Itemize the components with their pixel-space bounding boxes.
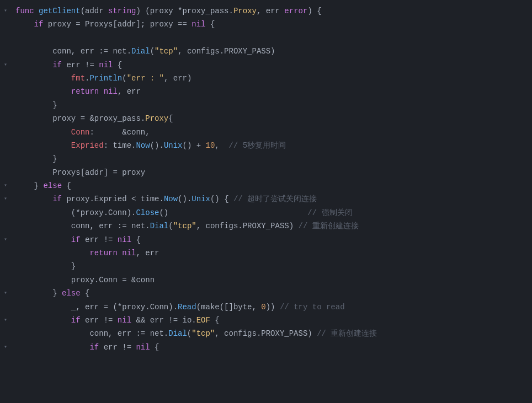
fold-gutter <box>0 220 11 221</box>
token-punct: { <box>131 235 141 244</box>
fold-gutter[interactable]: ▾ <box>0 180 11 191</box>
code-line: if proxy = Proxys[addr]; proxy == nil { <box>0 18 532 31</box>
token-fn: Now <box>136 141 150 150</box>
token-type: EOF <box>196 316 210 325</box>
token-punct: , configs.PROXY_PASS) <box>178 47 275 56</box>
token-kw: nil <box>118 235 131 244</box>
token-kw: if <box>34 20 44 29</box>
code-content: return nil, err <box>11 85 532 98</box>
token-kw: return <box>71 87 99 96</box>
code-line: conn, err := net.Dial("tcp", configs.PRO… <box>0 45 532 58</box>
code-editor: ▾func getClient(addr string) (proxy *pro… <box>0 0 532 403</box>
token-punct: } <box>52 154 57 163</box>
token-var: (*proxy.Conn). <box>71 208 136 217</box>
token-punct: ) { <box>307 7 321 15</box>
code-line: } <box>0 152 532 165</box>
token-str: "tcp" <box>191 329 215 338</box>
token-fn: Now <box>164 195 178 203</box>
token-punct: , err) <box>164 74 191 83</box>
code-content: if err != nil { <box>11 341 532 353</box>
token-punct: ) (proxy *proxy_pass. <box>136 7 233 15</box>
code-content: (*proxy.Conn).Close() // 强制关闭 <box>11 207 532 219</box>
code-line: conn, err := net.Dial("tcp", configs.PRO… <box>0 219 532 233</box>
token-var: conn, err := net. <box>71 222 150 230</box>
token-var: Proxys[addr] = proxy <box>52 168 145 177</box>
code-content: conn, err := net.Dial("tcp", configs.PRO… <box>11 45 532 57</box>
token-kw: nil <box>99 61 113 69</box>
token-punct: { <box>168 114 173 123</box>
token-num: 10 <box>206 141 215 150</box>
fold-gutter[interactable]: ▾ <box>0 5 11 16</box>
token-field: Conn <box>71 128 90 137</box>
fold-gutter <box>0 99 11 100</box>
code-line: ▾func getClient(addr string) (proxy *pro… <box>0 4 532 18</box>
token-kw: func <box>15 7 39 15</box>
token-punct: { <box>62 181 71 190</box>
token-punct: (addr <box>81 7 108 15</box>
code-content: if proxy.Expried < time.Now().Unix() { /… <box>11 193 532 205</box>
code-content: if err != nil { <box>11 59 532 71</box>
token-punct: , err <box>136 249 159 257</box>
token-punct: , configs.PROXY_PASS) <box>215 329 317 338</box>
code-line: (*proxy.Conn).Close() // 强制关闭 <box>0 206 532 219</box>
token-var <box>118 249 122 257</box>
fold-gutter <box>0 247 11 248</box>
code-line: conn, err := net.Dial("tcp", configs.PRO… <box>0 327 532 340</box>
fold-gutter <box>0 139 11 140</box>
fold-gutter <box>0 207 11 207</box>
token-kw: nil <box>118 316 131 325</box>
code-line: Proxys[addr] = proxy <box>0 166 532 179</box>
token-var: && err != io. <box>131 316 196 325</box>
token-type: Proxy <box>145 114 168 123</box>
token-punct: ( <box>122 74 126 83</box>
code-content: Expried: time.Now().Unix() + 10, // 5秒复用… <box>11 139 532 152</box>
code-content: Proxys[addr] = proxy <box>11 166 532 179</box>
code-line: _, err = (*proxy.Conn).Read(make([]byte,… <box>0 300 532 314</box>
token-var: err != <box>81 316 118 325</box>
code-line: Conn: &conn, <box>0 126 532 139</box>
code-content: } <box>11 99 532 111</box>
token-kw: if <box>52 61 62 69</box>
token-punct: : time. <box>104 141 136 150</box>
code-content: } <box>11 260 532 272</box>
token-punct: { <box>113 61 122 69</box>
token-punct: () <box>159 208 307 217</box>
code-content: proxy.Conn = &conn <box>11 274 532 286</box>
code-content: conn, err := net.Dial("tcp", configs.PRO… <box>11 327 532 340</box>
fold-gutter <box>0 126 11 127</box>
token-fn: Unix <box>191 195 210 203</box>
code-content: Conn: &conn, <box>11 126 532 138</box>
token-var: conn, err := net. <box>89 329 168 338</box>
token-comment: // 重新创建连接 <box>299 222 359 230</box>
fold-gutter <box>0 301 11 302</box>
fold-gutter <box>0 327 11 328</box>
token-fn: Read <box>178 303 196 311</box>
code-content: return nil, err <box>11 247 532 259</box>
fold-gutter <box>0 18 11 19</box>
code-line: return nil, err <box>0 246 532 260</box>
fold-gutter[interactable]: ▾ <box>0 193 11 204</box>
fold-gutter <box>0 153 11 153</box>
token-comment: // 5秒复用时间 <box>229 141 286 150</box>
fold-gutter[interactable]: ▾ <box>0 314 11 325</box>
token-punct: , <box>215 141 228 150</box>
fold-gutter[interactable]: ▾ <box>0 59 11 70</box>
token-punct: (). <box>178 195 191 203</box>
fold-gutter <box>0 72 11 73</box>
token-var: proxy.Expried < time. <box>62 195 164 203</box>
token-var: proxy = Proxys[addr]; proxy == <box>43 20 191 29</box>
code-content: func getClient(addr string) (proxy *prox… <box>11 5 532 17</box>
token-fn: getClient <box>39 7 81 15</box>
code-line <box>0 31 532 45</box>
code-line: proxy = &proxy_pass.Proxy{ <box>0 112 532 125</box>
fold-gutter <box>0 274 11 275</box>
fold-gutter[interactable]: ▾ <box>0 287 11 298</box>
fold-gutter[interactable]: ▾ <box>0 234 11 245</box>
token-punct: ( <box>187 329 191 338</box>
token-var: proxy.Conn = &conn <box>71 276 155 284</box>
fold-gutter[interactable]: ▾ <box>0 341 11 352</box>
token-var: err != <box>62 61 99 69</box>
code-line: return nil, err <box>0 85 532 98</box>
token-str: "tcp" <box>155 47 178 56</box>
fold-gutter <box>0 45 11 46</box>
